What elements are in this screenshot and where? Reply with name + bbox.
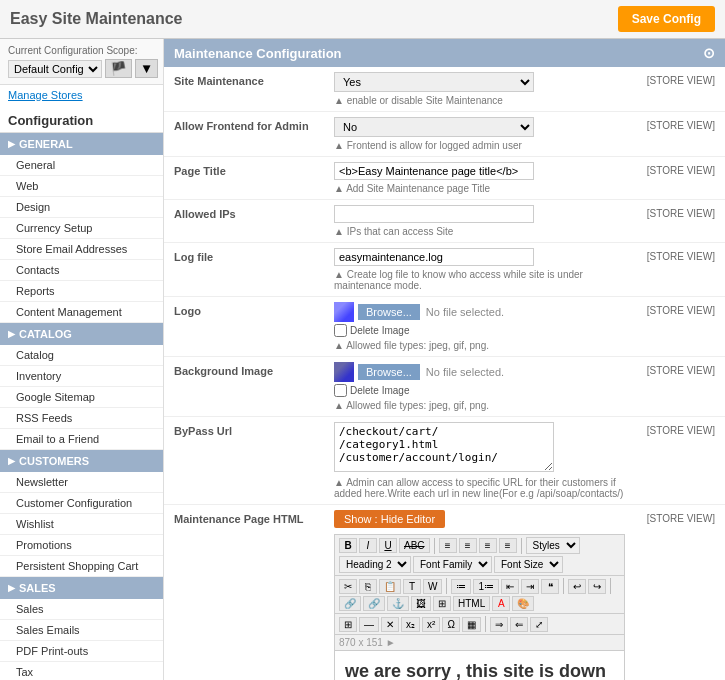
sidebar-item[interactable]: General [0,155,163,176]
field-hint: Create log file to know who access while… [334,269,625,291]
editor-toolbar-row3: ⊞ — ✕ x₂ x² Ω ▦ ⇒ ⇐ ⤢ [334,613,625,634]
insert-button[interactable]: ▦ [462,617,481,632]
sidebar-category-sales[interactable]: ▶ SALES [0,577,163,599]
sidebar-item[interactable]: Catalog [0,345,163,366]
field-value: Browse... No file selected. Delete Image… [324,357,635,417]
table-button[interactable]: ⊞ [339,617,357,632]
sidebar-item[interactable]: Store Email Addresses [0,239,163,260]
bg-color-button[interactable]: 🎨 [512,596,534,611]
allowed-ips-input[interactable] [334,205,534,223]
sidebar-item[interactable]: Web [0,176,163,197]
sidebar-item[interactable]: Inventory [0,366,163,387]
underline-button[interactable]: U [379,538,397,553]
scope-select[interactable]: Default Config [8,60,102,78]
sidebar-item[interactable]: PDF Print-outs [0,641,163,662]
bg-delete-checkbox[interactable] [334,384,347,397]
site-maintenance-select[interactable]: Yes No [334,72,534,92]
scope-arrow-button[interactable]: ▼ [135,59,158,78]
sidebar-item[interactable]: Promotions [0,535,163,556]
logo-browse-button[interactable]: Browse... [358,304,420,320]
editor-toolbar-row4: 870 x 151 ► [334,634,625,650]
paste-word-button[interactable]: W [423,579,442,594]
fullscreen-button[interactable]: ⤢ [530,617,548,632]
font-size-select[interactable]: Font Size [494,556,563,573]
sidebar-item[interactable]: Customer Configuration [0,493,163,514]
store-view-label: [STORE VIEW] [635,157,725,200]
sidebar-item[interactable]: Newsletter [0,472,163,493]
special-char-button[interactable]: Ω [442,617,460,632]
sidebar-item[interactable]: RSS Feeds [0,408,163,429]
editor-container: B I U ABC ≡ ≡ ≡ ≡ Styles [334,534,625,680]
manage-stores-link[interactable]: Manage Stores [0,85,163,105]
font-family-select[interactable]: Font Family [413,556,492,573]
sidebar-item[interactable]: Reports [0,281,163,302]
editor-content-area[interactable]: we are sorry , this site is down for mai… [334,650,625,680]
italic-button[interactable]: I [359,538,377,553]
blockquote-button[interactable]: ❝ [541,579,559,594]
sidebar-item[interactable]: Contacts [0,260,163,281]
sidebar-item[interactable]: Sales [0,599,163,620]
ul-button[interactable]: ≔ [451,579,471,594]
log-file-input[interactable] [334,248,534,266]
indent-button[interactable]: ⇥ [521,579,539,594]
ol-button[interactable]: 1≔ [473,579,499,594]
allow-frontend-select[interactable]: No Yes [334,117,534,137]
sidebar-item[interactable]: Persistent Shopping Cart [0,556,163,577]
editor-toolbar-row1: B I U ABC ≡ ≡ ≡ ≡ Styles [334,534,625,575]
save-config-button[interactable]: Save Config [618,6,715,32]
sidebar-item[interactable]: Currency Setup [0,218,163,239]
field-value: Browse... No file selected. Delete Image… [324,297,635,357]
copy-button[interactable]: ⎘ [359,579,377,594]
undo-button[interactable]: ↩ [568,579,586,594]
page-title-input[interactable] [334,162,534,180]
arrow-icon: ▶ [8,139,15,149]
logo-delete-checkbox-row: Delete Image [334,324,625,337]
styles-select[interactable]: Styles [526,537,580,554]
text-color-button[interactable]: A [492,596,510,611]
field-label: Page Title [164,157,324,200]
unlink-button[interactable]: 🔗 [363,596,385,611]
collapse-icon[interactable]: ⊙ [703,45,715,61]
heading-select[interactable]: Heading 2 [339,556,411,573]
field-label: ByPass Url [164,417,324,505]
sidebar-section-title: Configuration [0,105,163,133]
outdent-button[interactable]: ⇤ [501,579,519,594]
sub-button[interactable]: x₂ [401,617,420,632]
redo-button[interactable]: ↪ [588,579,606,594]
bypass-url-textarea[interactable]: /checkout/cart/ /category1.html /custome… [334,422,554,472]
html-button[interactable]: HTML [453,596,490,611]
scope-flag-button[interactable]: 🏴 [105,59,132,78]
show-hide-editor-button[interactable]: Show : Hide Editor [334,510,445,528]
sidebar-item[interactable]: Wishlist [0,514,163,535]
bg-browse-button[interactable]: Browse... [358,364,420,380]
paste-button[interactable]: 📋 [379,579,401,594]
paste-text-button[interactable]: T [403,579,421,594]
sidebar-category-customers[interactable]: ▶ CUSTOMERS [0,450,163,472]
hr-button[interactable]: — [359,617,379,632]
anchor-button[interactable]: ⚓ [387,596,409,611]
sup-button[interactable]: x² [422,617,440,632]
cut-button[interactable]: ✂ [339,579,357,594]
align-left-button[interactable]: ≡ [439,538,457,553]
align-center-button[interactable]: ≡ [459,538,477,553]
sidebar-item[interactable]: Tax [0,662,163,680]
category-label: GENERAL [19,138,73,150]
bold-button[interactable]: B [339,538,357,553]
strikethrough-button[interactable]: ABC [399,538,430,553]
widget-button[interactable]: ⊞ [433,596,451,611]
sidebar-category-catalog[interactable]: ▶ CATALOG [0,323,163,345]
rtl-button[interactable]: ⇐ [510,617,528,632]
sidebar-item[interactable]: Design [0,197,163,218]
align-justify-button[interactable]: ≡ [499,538,517,553]
sidebar-category-general[interactable]: ▶ GENERAL [0,133,163,155]
image-button[interactable]: 🖼 [411,596,431,611]
sidebar-item[interactable]: Sales Emails [0,620,163,641]
link-button[interactable]: 🔗 [339,596,361,611]
sidebar-item[interactable]: Google Sitemap [0,387,163,408]
ltr-button[interactable]: ⇒ [490,617,508,632]
logo-delete-checkbox[interactable] [334,324,347,337]
sidebar-item[interactable]: Email to a Friend [0,429,163,450]
sidebar-item[interactable]: Content Management [0,302,163,323]
remove-format-button[interactable]: ✕ [381,617,399,632]
align-right-button[interactable]: ≡ [479,538,497,553]
